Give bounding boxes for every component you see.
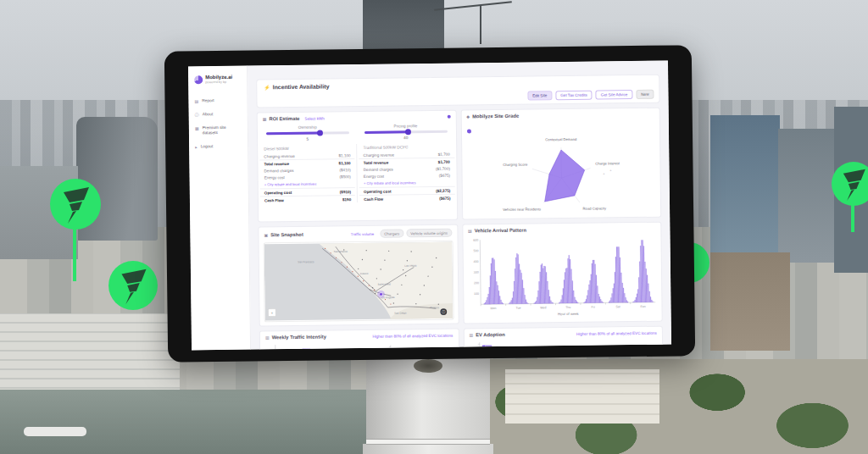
- svg-text:Fresno: Fresno: [360, 272, 369, 275]
- monitor-stand-base: [363, 444, 493, 454]
- sidebar-item-report[interactable]: ▤Report: [188, 97, 247, 106]
- slider-knob[interactable]: [404, 129, 410, 135]
- page-title: Incentive Availability: [273, 83, 330, 90]
- roi-column: Diesel 500kWCharging revenue$1,100Total …: [258, 144, 357, 204]
- slider-fill: [266, 132, 320, 136]
- roi-column: Traditional 500kW DCFCCharging revenue$1…: [356, 143, 456, 203]
- slider-value: 5: [266, 136, 349, 141]
- slider-knob[interactable]: [316, 130, 322, 136]
- site-grade-title: Mobilyze Site Grade: [472, 114, 519, 119]
- ev-adoption-chart: [464, 337, 662, 350]
- svg-text:Contextual Demand: Contextual Demand: [545, 137, 577, 141]
- building-glass-tower: [710, 115, 780, 273]
- site-snapshot-title: Site Snapshot: [270, 232, 303, 237]
- ev-adoption-link[interactable]: Higher than 80% of all analyzed EVC loca…: [576, 330, 657, 335]
- lightning-icon: ⚡: [264, 84, 270, 90]
- svg-text:Sun: Sun: [640, 305, 645, 308]
- svg-text:Phoenix: Phoenix: [430, 306, 439, 309]
- svg-text:Bakersfield: Bakersfield: [378, 282, 391, 285]
- weekly-traffic-link[interactable]: Higher than 80% of all analyzed EVC loca…: [372, 333, 453, 338]
- svg-text:Road Capacity: Road Capacity: [582, 206, 606, 210]
- report-icon: ▤: [194, 98, 198, 103]
- map-container[interactable]: SacramentoSan FranciscoFresnoLas VegasBa…: [264, 241, 454, 323]
- select-kwh-link[interactable]: Select kWh: [305, 116, 325, 120]
- weekly-traffic-title: Weekly Traffic Intensity: [272, 335, 326, 340]
- svg-text:600: 600: [473, 239, 478, 242]
- panel-site-grade: ◆ Mobilyze Site Grade Contextual DemandC…: [460, 108, 661, 220]
- mobilyze-pin-icon: [832, 162, 868, 206]
- settings-dot-icon[interactable]: [447, 115, 450, 119]
- chart-icon: ▥: [265, 335, 270, 340]
- svg-text:400: 400: [473, 260, 478, 263]
- slider-ownership[interactable]: Ownership5: [266, 125, 349, 141]
- pin-stem: [73, 225, 76, 281]
- mobilyze-pin-icon: [108, 261, 158, 310]
- table-row: Cash Flow($675): [359, 194, 454, 203]
- grid-icon: ▦: [263, 116, 267, 121]
- slider-label: Ownership: [266, 125, 349, 130]
- svg-text:Vehicles near Residents: Vehicles near Residents: [503, 207, 541, 212]
- slider-value: 40: [364, 136, 448, 141]
- app-logo: Mobilyze.ai powered by bp: [188, 75, 247, 86]
- about-icon: ⓘ: [195, 112, 199, 117]
- sidebar-item-label: About: [203, 112, 214, 117]
- toggle-chargers[interactable]: Chargers: [380, 229, 403, 237]
- svg-text:Las Vegas: Las Vegas: [404, 264, 417, 268]
- get-site-advice-button[interactable]: Get Site Advice: [596, 90, 633, 100]
- get-tax-credits-button[interactable]: Get Tax Credits: [555, 91, 593, 101]
- logout-icon: ▸: [195, 144, 198, 149]
- edit-site-button[interactable]: Edit Site: [527, 91, 552, 100]
- sidebar: Mobilyze.ai powered by bp ▤ReportⓘAbout▦…: [188, 66, 251, 351]
- svg-text:Charging Score: Charging Score: [503, 163, 528, 167]
- panel-site-snapshot: ▣ Site Snapshot Traffic volumeChargersVe…: [258, 224, 459, 327]
- building-tower-right: [778, 129, 836, 263]
- toggle-traffic-volume[interactable]: Traffic volume: [348, 230, 377, 237]
- river-thames: [0, 390, 371, 454]
- svg-text:Tue: Tue: [515, 307, 520, 310]
- page-header: ⚡ Incentive Availability Edit SiteGet Ta…: [256, 75, 659, 108]
- stand-cable-hole: [414, 359, 442, 373]
- chart-icon: ▤: [468, 228, 472, 233]
- pin-stem: [851, 203, 854, 232]
- panel-grid: ▦ ROI Estimate Select kWh Ownership5Pric…: [257, 108, 664, 350]
- sidebar-item-logout[interactable]: ▸Logout: [189, 142, 248, 152]
- svg-text:200: 200: [473, 281, 478, 285]
- building-brown-right: [710, 252, 790, 351]
- svg-text:San Diego: San Diego: [394, 312, 406, 315]
- new-button[interactable]: New: [636, 90, 654, 99]
- sidebar-item-label: Premium site datasets: [203, 125, 242, 136]
- slider-fill: [364, 130, 408, 134]
- slider-track[interactable]: [266, 131, 349, 135]
- slider-track[interactable]: [364, 130, 448, 134]
- ev-adoption-title: EV Adoption: [476, 332, 505, 337]
- svg-text:ⓘ: ⓘ: [442, 310, 446, 314]
- datasets-icon: ▦: [195, 125, 199, 130]
- slider-label: Pricing profile: [364, 124, 448, 129]
- tower-of-london: [505, 369, 659, 424]
- boat: [24, 427, 86, 436]
- arrival-title: Vehicle Arrival Pattern: [475, 228, 526, 234]
- header-buttons: Edit SiteGet Tax CreditsGet Site AdviceN…: [527, 90, 654, 101]
- svg-text:Sacramento: Sacramento: [334, 250, 348, 253]
- svg-text:+: +: [270, 311, 273, 315]
- panel-roi-estimate: ▦ ROI Estimate Select kWh Ownership5Pric…: [257, 110, 458, 223]
- map-layer-toggles: Traffic volumeChargersVehicle volume ori…: [348, 229, 452, 239]
- sidebar-item-label: Logout: [201, 144, 214, 149]
- svg-text:Thu: Thu: [565, 306, 570, 309]
- app-subtitle: powered by bp: [205, 80, 232, 85]
- riverside-buildings: [0, 313, 180, 396]
- svg-text:+: +: [609, 168, 612, 172]
- panel-arrival-pattern: ▤ Vehicle Arrival Pattern 10020030040050…: [462, 222, 663, 324]
- scene: Mobilyze.ai powered by bp ▤ReportⓘAbout▦…: [0, 0, 868, 454]
- svg-text:Mon: Mon: [490, 307, 496, 310]
- roi-title: ROI Estimate: [269, 116, 299, 121]
- svg-text:Charge Interest: Charge Interest: [595, 161, 620, 165]
- sidebar-item-premium-site-datasets[interactable]: ▦Premium site datasets: [189, 124, 248, 138]
- slider-pricing-profile[interactable]: Pricing profile40: [364, 124, 448, 141]
- svg-text:+: +: [603, 171, 605, 175]
- sidebar-item-about[interactable]: ⓘAbout: [189, 110, 248, 119]
- crane-mast: [480, 5, 481, 44]
- site-map[interactable]: SacramentoSan FranciscoFresnoLas VegasBa…: [264, 241, 453, 322]
- mobilyze-pin-icon: [50, 179, 101, 230]
- toggle-vehicle-volume-origins[interactable]: Vehicle volume origins: [406, 229, 452, 238]
